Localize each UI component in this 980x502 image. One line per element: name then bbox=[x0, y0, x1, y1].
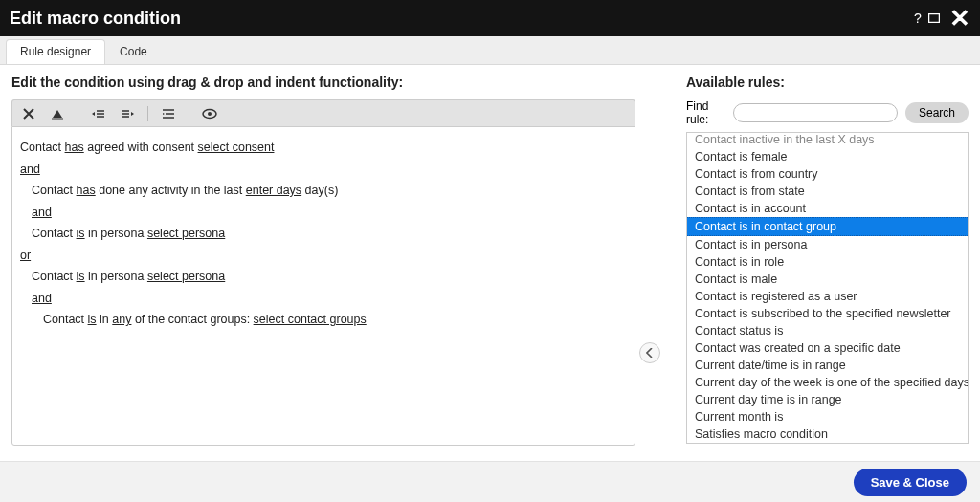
condition-toolbar bbox=[11, 99, 635, 126]
condition-line[interactable]: Contact is in persona select persona bbox=[32, 266, 627, 288]
rules-panel: Available rules: Find rule: Search Conta… bbox=[686, 75, 969, 444]
operator-token[interactable]: has bbox=[77, 184, 96, 197]
rule-item[interactable]: Contact is from country bbox=[687, 165, 968, 183]
placeholder-token[interactable]: enter days bbox=[246, 184, 301, 197]
tab-code[interactable]: Code bbox=[105, 39, 162, 64]
condition-heading: Edit the condition using drag & drop and… bbox=[11, 75, 635, 90]
rule-item[interactable]: Current date/time is in range bbox=[687, 357, 968, 374]
tab-strip: Rule designer Code bbox=[0, 36, 980, 65]
tab-rule-designer[interactable]: Rule designer bbox=[6, 39, 105, 64]
delete-icon[interactable] bbox=[20, 105, 37, 122]
rule-item[interactable]: Contact is in role bbox=[687, 253, 968, 271]
preview-icon[interactable] bbox=[201, 105, 218, 122]
toolbar-separator bbox=[78, 106, 78, 121]
find-rule-input[interactable] bbox=[733, 103, 898, 122]
operator-token[interactable]: is bbox=[77, 270, 85, 283]
operator-token[interactable]: is bbox=[88, 313, 97, 326]
rule-list[interactable]: Contact inactive in the last X daysConta… bbox=[686, 132, 969, 444]
condition-panel: Edit the condition using drag & drop and… bbox=[11, 75, 635, 446]
search-button[interactable]: Search bbox=[905, 102, 969, 123]
placeholder-token[interactable]: select contact groups bbox=[254, 313, 367, 326]
indent-icon[interactable] bbox=[119, 105, 136, 122]
workspace: Edit the condition using drag & drop and… bbox=[0, 65, 980, 461]
condition-line[interactable]: and bbox=[20, 159, 627, 181]
placeholder-token[interactable]: select consent bbox=[198, 141, 275, 154]
collapse-panel-icon[interactable] bbox=[639, 342, 660, 363]
condition-line[interactable]: Contact is in persona select persona bbox=[32, 223, 627, 245]
condition-line[interactable]: and bbox=[32, 202, 627, 224]
operator-token[interactable]: and bbox=[32, 292, 52, 305]
close-icon[interactable]: ✕ bbox=[949, 8, 970, 29]
operator-token[interactable]: has bbox=[65, 141, 84, 154]
rule-item[interactable]: Contact status is bbox=[687, 322, 968, 339]
operator-token[interactable]: and bbox=[32, 206, 52, 219]
toolbar-separator bbox=[189, 106, 189, 121]
rule-item[interactable]: Contact inactive in the last X days bbox=[687, 132, 968, 148]
find-rule-label: Find rule: bbox=[686, 99, 725, 126]
outdent-icon[interactable] bbox=[90, 105, 107, 122]
save-and-close-button[interactable]: Save & Close bbox=[854, 469, 967, 496]
rule-item[interactable]: Contact is subscribed to the specified n… bbox=[687, 305, 968, 322]
rule-item[interactable]: Contact is from state bbox=[687, 183, 968, 200]
clear-icon[interactable] bbox=[49, 105, 66, 122]
rule-item[interactable]: Satisfies macro condition bbox=[687, 426, 968, 443]
operator-token[interactable]: is bbox=[77, 227, 85, 240]
rule-item[interactable]: Current day time is in range bbox=[687, 391, 968, 408]
rule-item[interactable]: Contact is in persona bbox=[687, 236, 968, 253]
rule-item[interactable]: Contact is in account bbox=[687, 200, 968, 217]
rule-item[interactable]: Contact was created on a specific date bbox=[687, 339, 968, 357]
operator-token[interactable]: or bbox=[20, 249, 31, 262]
rule-item[interactable]: Current day of the week is one of the sp… bbox=[687, 374, 968, 391]
window-title: Edit macro condition bbox=[10, 9, 907, 29]
find-rule-row: Find rule: Search bbox=[686, 99, 969, 126]
placeholder-token[interactable]: select persona bbox=[147, 227, 225, 240]
rule-item[interactable]: Current month is bbox=[687, 408, 968, 426]
maximize-icon[interactable] bbox=[928, 13, 949, 23]
svg-point-3 bbox=[208, 112, 212, 116]
autoindent-icon[interactable] bbox=[160, 105, 177, 122]
rules-heading: Available rules: bbox=[686, 75, 969, 90]
footer: Save & Close bbox=[0, 461, 980, 502]
operator-token[interactable]: and bbox=[20, 163, 40, 176]
placeholder-token[interactable]: select persona bbox=[147, 270, 225, 283]
rule-item[interactable]: Contact is registered as a user bbox=[687, 288, 968, 305]
rule-item[interactable]: Contact is female bbox=[687, 148, 968, 165]
condition-line[interactable]: Contact is in any of the contact groups:… bbox=[43, 309, 627, 331]
help-icon[interactable]: ? bbox=[907, 11, 928, 26]
condition-line[interactable]: Contact has agreed with consent select c… bbox=[20, 137, 627, 159]
condition-editor[interactable]: Contact has agreed with consent select c… bbox=[11, 126, 635, 446]
rule-item[interactable]: Contact is in contact group bbox=[687, 217, 968, 236]
condition-line[interactable]: Contact has done any activity in the las… bbox=[32, 180, 627, 202]
condition-line[interactable]: and bbox=[32, 288, 627, 310]
rule-item[interactable]: Contact is male bbox=[687, 271, 968, 288]
condition-line[interactable]: or bbox=[20, 245, 627, 267]
operator-token[interactable]: any bbox=[112, 313, 131, 326]
svg-rect-0 bbox=[929, 14, 940, 23]
toolbar-separator bbox=[147, 106, 148, 121]
titlebar: Edit macro condition ? ✕ bbox=[0, 0, 980, 36]
